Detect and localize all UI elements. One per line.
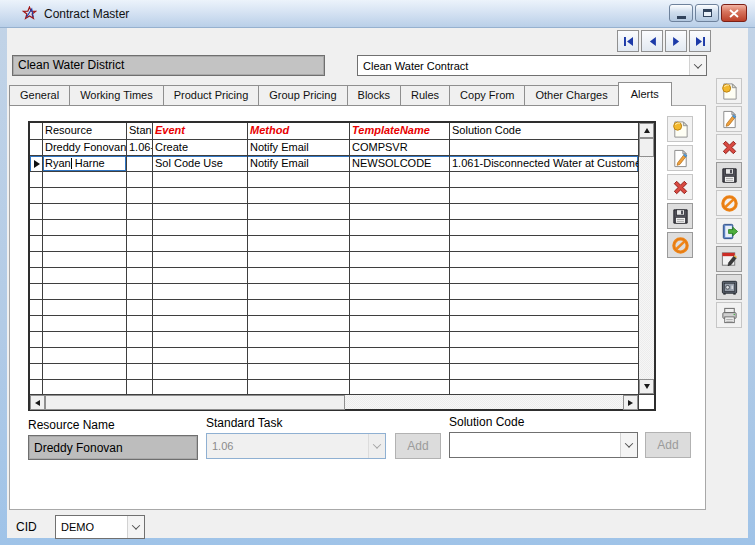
grid-cell[interactable] — [450, 316, 638, 332]
printer-button[interactable] — [716, 302, 742, 328]
chevron-down-icon[interactable] — [689, 56, 706, 75]
grid-cell[interactable] — [350, 220, 450, 236]
grid-cell[interactable] — [350, 316, 450, 332]
grid-row[interactable]: Dreddy Fonovan1.06-CreateNotify EmailCOM… — [30, 140, 638, 156]
row-selector[interactable] — [30, 364, 43, 380]
row-selector[interactable] — [30, 236, 43, 252]
grid-cell[interactable] — [127, 268, 153, 284]
grid-cell[interactable] — [248, 380, 350, 394]
grid-cell[interactable] — [248, 268, 350, 284]
grid-cell[interactable]: Notify Email — [248, 156, 350, 172]
delete-button[interactable] — [716, 134, 742, 160]
tab-alerts[interactable]: Alerts — [618, 82, 672, 106]
grid-cell[interactable] — [43, 316, 127, 332]
tab-blocks[interactable]: Blocks — [347, 85, 401, 106]
row-selector[interactable] — [30, 300, 43, 316]
grid-cell[interactable] — [450, 284, 638, 300]
grid-cell[interactable] — [450, 364, 638, 380]
grid-cell[interactable] — [153, 204, 248, 220]
scroll-down-button[interactable] — [639, 379, 654, 394]
grid-cell[interactable] — [127, 284, 153, 300]
grid-cell[interactable] — [153, 300, 248, 316]
grid-cell[interactable] — [43, 204, 127, 220]
grid-cell[interactable] — [153, 332, 248, 348]
grid-cell[interactable] — [43, 268, 127, 284]
cancel-button[interactable] — [716, 190, 742, 216]
grid-cell[interactable] — [153, 348, 248, 364]
grid-cell[interactable] — [350, 172, 450, 188]
grid-cell[interactable] — [350, 188, 450, 204]
chevron-down-icon[interactable] — [620, 433, 637, 457]
row-selector[interactable] — [30, 316, 43, 332]
tab-copy-from[interactable]: Copy From — [449, 85, 525, 106]
grid-cell[interactable] — [127, 348, 153, 364]
edit-button[interactable] — [716, 106, 742, 132]
grid-cell[interactable] — [43, 284, 127, 300]
row-selector[interactable] — [30, 172, 43, 188]
grid-cell[interactable]: NEWSOLCODE — [350, 156, 450, 172]
grid-cell[interactable]: 1.061-Disconnected Water at Customer — [450, 156, 638, 172]
standard-task-add-button[interactable]: Add — [395, 433, 441, 459]
grid-empty-row[interactable] — [30, 252, 638, 268]
calendar-edit-button[interactable] — [716, 246, 742, 272]
district-field[interactable]: Clean Water District — [12, 55, 325, 76]
grid-cell[interactable] — [350, 332, 450, 348]
grid-cell[interactable] — [127, 316, 153, 332]
grid-cell[interactable] — [350, 268, 450, 284]
row-selector[interactable] — [30, 332, 43, 348]
grid-cell[interactable] — [153, 316, 248, 332]
grid-cell[interactable] — [43, 348, 127, 364]
grid-cell[interactable] — [450, 380, 638, 394]
grid-cell[interactable]: Notify Email — [248, 140, 350, 156]
scroll-left-button[interactable] — [30, 395, 45, 410]
grid-cell[interactable] — [450, 172, 638, 188]
grid-cell[interactable] — [153, 172, 248, 188]
grid-cell[interactable] — [248, 172, 350, 188]
grid-cell[interactable] — [248, 284, 350, 300]
grid-cell[interactable] — [450, 268, 638, 284]
grid-cell[interactable] — [450, 252, 638, 268]
grid-empty-row[interactable] — [30, 348, 638, 364]
grid-cell[interactable] — [127, 364, 153, 380]
maximize-button[interactable] — [695, 4, 719, 22]
row-selector[interactable] — [30, 140, 43, 156]
grid-cell[interactable] — [43, 188, 127, 204]
grid-cell[interactable] — [127, 220, 153, 236]
nav-last-button[interactable] — [689, 30, 711, 52]
minimize-button[interactable] — [669, 4, 693, 22]
save-button[interactable] — [667, 203, 693, 229]
row-selector[interactable] — [30, 284, 43, 300]
grid-cell[interactable] — [450, 204, 638, 220]
grid-cell[interactable] — [350, 380, 450, 394]
grid-empty-row[interactable] — [30, 300, 638, 316]
edit-button[interactable] — [667, 145, 693, 171]
grid-cell[interactable] — [350, 236, 450, 252]
grid-cell[interactable] — [153, 188, 248, 204]
solution-code-add-button[interactable]: Add — [645, 432, 691, 458]
grid-cell[interactable] — [127, 300, 153, 316]
grid-cell[interactable] — [127, 252, 153, 268]
grid-cell[interactable] — [350, 204, 450, 220]
resource-name-field[interactable]: Dreddy Fonovan — [28, 435, 198, 460]
grid-cell[interactable] — [43, 364, 127, 380]
contract-select[interactable]: Clean Water Contract — [357, 55, 707, 76]
grid-cell[interactable]: Dreddy Fonovan — [43, 140, 127, 156]
grid-cell[interactable] — [248, 188, 350, 204]
grid-empty-row[interactable] — [30, 284, 638, 300]
nav-first-button[interactable] — [617, 30, 639, 52]
horizontal-scroll-thumb[interactable] — [45, 395, 345, 410]
grid-cell[interactable] — [153, 220, 248, 236]
row-selector[interactable] — [30, 188, 43, 204]
grid-empty-row[interactable] — [30, 268, 638, 284]
grid-cell[interactable] — [153, 252, 248, 268]
note-button[interactable] — [716, 78, 742, 104]
cancel-button[interactable] — [667, 232, 693, 258]
tab-working-times[interactable]: Working Times — [69, 85, 164, 106]
grid-cell[interactable] — [153, 364, 248, 380]
grid-cell[interactable] — [153, 284, 248, 300]
grid-cell[interactable] — [450, 332, 638, 348]
note-button[interactable] — [667, 116, 693, 142]
grid-cell[interactable] — [248, 220, 350, 236]
grid-cell[interactable] — [248, 364, 350, 380]
safe-button[interactable] — [716, 274, 742, 300]
